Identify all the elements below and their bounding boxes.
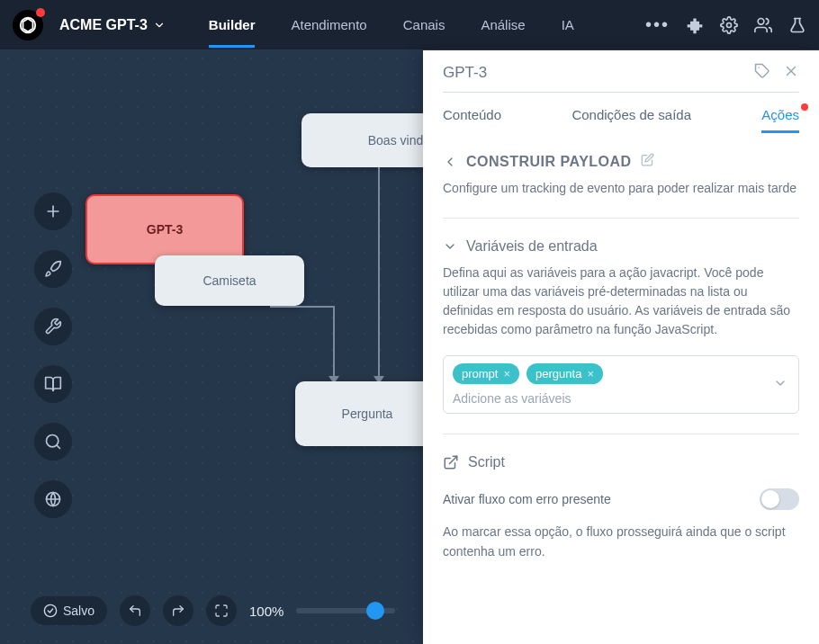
- app-title-dropdown[interactable]: ACME GPT-3: [59, 17, 166, 33]
- edge: [270, 306, 335, 308]
- topbar-right: •••: [645, 14, 806, 35]
- notification-dot: [36, 8, 45, 17]
- payload-desc: Configure um tracking de evento para pod…: [443, 179, 799, 198]
- chevron-down-icon: [153, 19, 166, 31]
- vars-collapse[interactable]: Variáveis de entrada: [443, 238, 799, 255]
- error-flow-toggle[interactable]: [760, 488, 799, 510]
- notification-dot: [801, 103, 808, 111]
- openai-icon: [18, 15, 38, 35]
- panel-title: GPT-3: [443, 64, 487, 82]
- panel-body: CONSTRUIR PAYLOAD Configure um tracking …: [423, 133, 819, 588]
- remove-tag-icon[interactable]: ×: [587, 367, 594, 380]
- svg-point-1: [727, 22, 732, 27]
- app-logo[interactable]: [13, 10, 43, 40]
- variable-tag[interactable]: prompt ×: [453, 363, 519, 384]
- svg-point-2: [758, 18, 764, 24]
- vars-title: Variáveis de entrada: [466, 238, 598, 255]
- tab-condicoes[interactable]: Condições de saída: [572, 107, 691, 133]
- search-button[interactable]: [34, 423, 72, 461]
- node-pergunta[interactable]: Pergunta: [295, 381, 439, 446]
- book-button[interactable]: [34, 365, 72, 403]
- zoom-level: 100%: [249, 604, 284, 619]
- nav-canais[interactable]: Canais: [385, 2, 464, 48]
- redo-button[interactable]: [163, 595, 194, 626]
- tab-conteudo[interactable]: Conteúdo: [443, 107, 501, 133]
- svg-line-7: [57, 445, 60, 449]
- beaker-icon[interactable]: [788, 16, 806, 34]
- svg-line-13: [450, 456, 457, 463]
- nav-builder[interactable]: Builder: [191, 2, 274, 48]
- side-panel: GPT-3 Conteúdo Condições de saída Ações …: [423, 50, 819, 644]
- vars-tag-input[interactable]: prompt ×pergunta × Adicione as variáveis: [443, 355, 799, 414]
- script-title: Script: [468, 454, 505, 470]
- script-header[interactable]: Script: [443, 454, 799, 470]
- error-flow-toggle-row: Ativar fluxo com erro presente: [443, 488, 799, 510]
- rocket-button[interactable]: [34, 250, 72, 288]
- close-icon[interactable]: [783, 63, 799, 83]
- more-menu[interactable]: •••: [645, 14, 670, 35]
- check-circle-icon: [43, 604, 58, 618]
- payload-header: CONSTRUIR PAYLOAD: [443, 153, 799, 170]
- edit-icon[interactable]: [641, 153, 654, 170]
- canvas-bottom-bar: Salvo 100%: [31, 595, 395, 626]
- app-title-text: ACME GPT-3: [59, 17, 148, 33]
- panel-header: GPT-3: [423, 50, 819, 93]
- node-camiseta[interactable]: Camiseta: [155, 255, 304, 306]
- zoom-slider[interactable]: [296, 608, 395, 613]
- remove-tag-icon[interactable]: ×: [503, 367, 510, 380]
- panel-tabs: Conteúdo Condições de saída Ações: [423, 93, 819, 133]
- saved-label: Salvo: [63, 604, 94, 618]
- error-flow-desc: Ao marcar essa opção, o fluxo prosseguir…: [443, 523, 799, 561]
- undo-button[interactable]: [120, 595, 150, 626]
- variable-tag[interactable]: pergunta ×: [526, 363, 603, 384]
- edge: [333, 306, 335, 381]
- svg-point-9: [44, 604, 56, 616]
- chevron-left-icon[interactable]: [443, 155, 457, 169]
- team-icon[interactable]: [754, 16, 772, 34]
- main-nav: Builder Atendimento Canais Análise IA: [191, 2, 592, 48]
- vars-placeholder: Adicione as variáveis: [453, 391, 789, 406]
- edge: [378, 167, 380, 381]
- extensions-icon[interactable]: [686, 16, 704, 34]
- vars-desc: Defina aqui as variáveis para a ação jav…: [443, 264, 799, 339]
- nav-analise[interactable]: Análise: [463, 2, 543, 48]
- wrench-button[interactable]: [34, 308, 72, 345]
- tab-acoes-label: Ações: [761, 107, 799, 122]
- node-gpt[interactable]: GPT-3: [86, 194, 244, 264]
- tag-icon[interactable]: [754, 63, 770, 83]
- saved-indicator: Salvo: [31, 596, 107, 625]
- zoom-slider-thumb[interactable]: [366, 602, 384, 620]
- fullscreen-button[interactable]: [206, 595, 237, 626]
- tab-acoes[interactable]: Ações: [761, 107, 799, 133]
- nav-atendimento[interactable]: Atendimento: [273, 2, 384, 48]
- nav-ia[interactable]: IA: [544, 2, 592, 48]
- payload-title: CONSTRUIR PAYLOAD: [466, 154, 632, 170]
- canvas-toolbar: [34, 192, 72, 518]
- chevron-down-icon: [443, 239, 457, 254]
- error-flow-label: Ativar fluxo com erro presente: [443, 492, 611, 506]
- chevron-down-icon[interactable]: [773, 376, 788, 394]
- gear-icon[interactable]: [720, 16, 738, 34]
- top-bar: ACME GPT-3 Builder Atendimento Canais An…: [0, 0, 819, 50]
- globe-button[interactable]: [34, 480, 72, 518]
- external-link-icon: [443, 454, 459, 470]
- add-node-button[interactable]: [34, 192, 72, 230]
